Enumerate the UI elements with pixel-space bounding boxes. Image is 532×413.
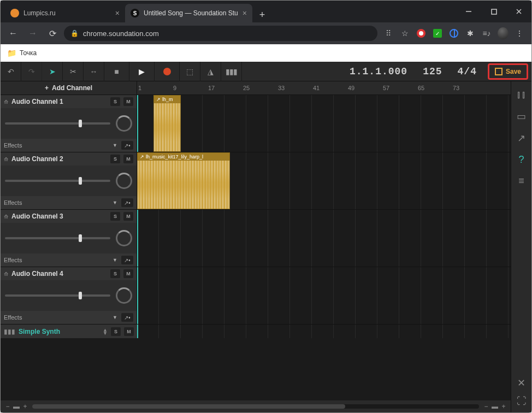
translate-icon[interactable]: ⠿: [383, 28, 394, 39]
url-text: chrome.soundation.com: [83, 30, 159, 38]
effects-dropdown[interactable]: Effects ▼ ↗•: [1, 196, 137, 209]
fullscreen-icon[interactable]: ⛶: [517, 396, 527, 407]
track-lane[interactable]: [137, 324, 511, 338]
solo-button[interactable]: S: [111, 327, 121, 336]
help-icon[interactable]: ?: [518, 154, 524, 166]
volume-slider[interactable]: [5, 237, 110, 239]
stop-button[interactable]: ■: [104, 62, 129, 81]
settings-icon[interactable]: ≡: [518, 175, 524, 187]
stretch-tool[interactable]: ↔: [84, 62, 104, 81]
updown-icon[interactable]: ▲▼: [103, 328, 108, 335]
profile-avatar[interactable]: [498, 28, 509, 39]
browser-tab-lumpics[interactable]: Lumpics.ru ×: [5, 4, 125, 22]
record-button[interactable]: [155, 62, 180, 81]
solo-button[interactable]: S: [110, 155, 120, 163]
bookmark-item[interactable]: Точка: [20, 49, 37, 57]
clip-header[interactable]: ↗ lh_m: [154, 96, 180, 103]
position-display[interactable]: 1.1.1.000: [350, 66, 407, 77]
library-icon[interactable]: ⫿⫿: [517, 89, 527, 101]
effects-dropdown[interactable]: Effects ▼ ↗•: [1, 253, 137, 267]
playhead[interactable]: [137, 95, 138, 152]
folder-icon[interactable]: ▭: [517, 110, 526, 122]
bookmarks-bar: 📁 Точка: [1, 44, 531, 62]
reading-list-icon[interactable]: ≡♪: [481, 28, 492, 39]
browser-tab-soundation[interactable]: S Untitled Song — Soundation Stu ×: [125, 4, 252, 22]
solo-button[interactable]: S: [110, 269, 120, 278]
pointer-tool[interactable]: ➤: [42, 62, 63, 81]
automation-button[interactable]: ↗•: [121, 256, 133, 264]
automation-button[interactable]: ↗•: [121, 198, 133, 207]
track-title-bar[interactable]: ⟰ Audio Channel 1 S M: [1, 95, 137, 108]
track-title-bar[interactable]: ⟰ Audio Channel 3 S M: [1, 210, 137, 223]
track-lane[interactable]: [137, 210, 511, 267]
forward-button[interactable]: →: [25, 25, 41, 42]
pan-knob[interactable]: [116, 173, 132, 189]
close-panel-icon[interactable]: ✕: [517, 377, 525, 389]
plus-icon: +: [45, 84, 49, 92]
vzoom-control[interactable]: −▬+: [4, 403, 29, 410]
audio-clip[interactable]: ↗ lh_music_kit17_lily_harp_l: [137, 152, 230, 209]
automation-button[interactable]: ↗•: [121, 141, 133, 150]
back-button[interactable]: ←: [5, 25, 21, 42]
mute-button[interactable]: M: [123, 97, 133, 106]
track-lane[interactable]: ↗ lh_m: [137, 95, 511, 152]
add-channel-button[interactable]: + Add Channel: [1, 81, 137, 95]
address-bar[interactable]: 🔒 chrome.soundation.com: [64, 26, 377, 41]
playhead[interactable]: [137, 267, 138, 324]
metronome-button[interactable]: ◮: [200, 62, 221, 81]
volume-slider[interactable]: [5, 180, 110, 182]
horizontal-scrollbar[interactable]: [32, 404, 479, 409]
loop-button[interactable]: ⬚: [180, 62, 200, 81]
track-title-bar[interactable]: ⟰ Audio Channel 2 S M: [1, 152, 137, 166]
track-lane[interactable]: ↗ lh_music_kit17_lily_harp_l: [137, 152, 511, 209]
play-button[interactable]: ▶: [129, 62, 155, 81]
star-icon[interactable]: ☆: [399, 28, 410, 39]
mute-button[interactable]: M: [123, 212, 133, 221]
volume-slider[interactable]: [5, 122, 110, 125]
solo-button[interactable]: S: [110, 97, 120, 106]
new-tab-button[interactable]: +: [255, 7, 270, 22]
mute-button[interactable]: M: [123, 155, 133, 163]
extension-icon-1[interactable]: [416, 28, 427, 39]
save-label: Save: [506, 68, 521, 75]
clip-header[interactable]: ↗ lh_music_kit17_lily_harp_l: [138, 153, 229, 161]
automation-button[interactable]: ↗•: [121, 313, 133, 322]
extensions-puzzle-icon[interactable]: ✱: [465, 28, 476, 39]
maximize-button[interactable]: [481, 1, 506, 22]
tempo-display[interactable]: 125: [423, 66, 442, 77]
pan-knob[interactable]: [116, 115, 132, 132]
timesig-display[interactable]: 4/4: [458, 66, 477, 77]
playhead[interactable]: [137, 324, 138, 338]
cut-tool[interactable]: ✂: [63, 62, 84, 81]
playhead[interactable]: [137, 210, 138, 267]
synth-header[interactable]: ▮▮▮ Simple Synth ▲▼ S M: [1, 324, 137, 339]
hzoom-control[interactable]: −▬+: [482, 403, 507, 410]
extension-icon-2[interactable]: ✓: [432, 28, 443, 39]
pan-knob[interactable]: [116, 287, 132, 304]
save-button[interactable]: Save: [488, 63, 528, 80]
close-button[interactable]: [506, 1, 531, 22]
share-icon[interactable]: ↗: [517, 132, 525, 144]
close-icon[interactable]: ×: [243, 9, 247, 17]
piano-button[interactable]: ▮▮▮: [221, 62, 242, 81]
redo-button[interactable]: ↷: [21, 62, 42, 81]
synth-name: Simple Synth: [19, 328, 99, 335]
pan-knob[interactable]: [116, 230, 132, 246]
extension-icon-3[interactable]: [448, 28, 459, 39]
close-icon[interactable]: ×: [115, 9, 120, 17]
effects-dropdown[interactable]: Effects ▼ ↗•: [1, 311, 137, 324]
track-title-bar[interactable]: ⟰ Audio Channel 4 S M: [1, 267, 137, 280]
mute-button[interactable]: M: [124, 327, 134, 336]
track-lane[interactable]: [137, 267, 511, 324]
solo-button[interactable]: S: [110, 212, 120, 221]
reload-button[interactable]: ⟳: [44, 25, 61, 42]
effects-dropdown[interactable]: Effects ▼ ↗•: [1, 139, 137, 152]
menu-icon[interactable]: ⋮: [514, 28, 525, 39]
undo-button[interactable]: ↶: [1, 62, 21, 81]
audio-clip[interactable]: ↗ lh_m: [153, 95, 181, 152]
mute-button[interactable]: M: [123, 269, 133, 278]
timeline-ruler[interactable]: 1 9 17 25 33 41 49 57 65 73: [137, 81, 511, 95]
minimize-button[interactable]: [456, 1, 481, 22]
svg-rect-1: [492, 9, 496, 14]
volume-slider[interactable]: [5, 294, 110, 297]
